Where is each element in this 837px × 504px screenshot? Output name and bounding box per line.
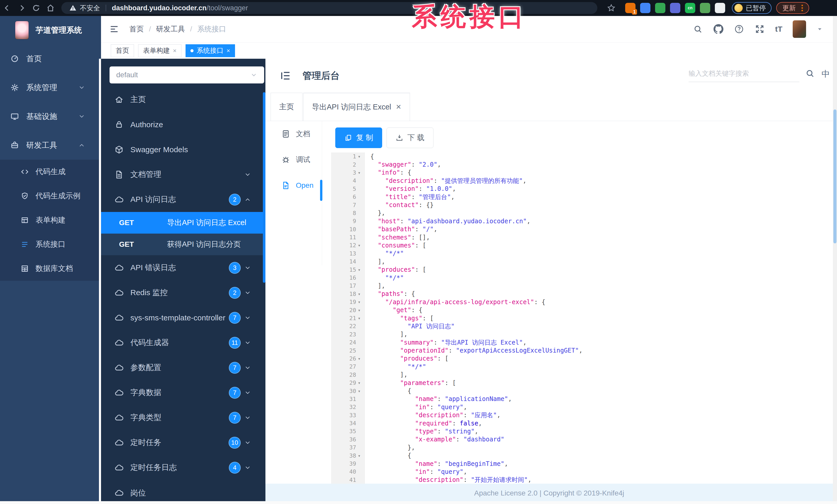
- browser-back-icon[interactable]: [0, 2, 14, 14]
- line-number[interactable]: 24: [331, 338, 364, 347]
- tag-form-builder[interactable]: 表单构建×: [138, 44, 181, 57]
- help-icon[interactable]: [734, 24, 744, 34]
- breadcrumb-item[interactable]: 研发工具: [156, 24, 185, 34]
- line-number[interactable]: 2: [331, 161, 364, 168]
- line-number[interactable]: 11: [331, 233, 364, 241]
- swagger-operation[interactable]: GET获得API 访问日志分页: [101, 234, 265, 255]
- download-button[interactable]: 下 载: [387, 128, 433, 148]
- line-number[interactable]: 16: [331, 274, 364, 282]
- logo-row[interactable]: 芋道管理系统: [0, 16, 101, 44]
- line-number[interactable]: 15▾: [331, 265, 364, 274]
- swagger-item-cron-job-log[interactable]: 定时任务日志4: [101, 455, 265, 480]
- user-caret-icon[interactable]: [816, 26, 823, 33]
- kebab-menu-icon[interactable]: [798, 4, 806, 12]
- sidebar-item-codegen[interactable]: 代码生成: [0, 160, 101, 184]
- fold-caret-icon[interactable]: ▾: [356, 316, 362, 321]
- line-number[interactable]: 1▾: [331, 152, 364, 161]
- tag-home[interactable]: 首页: [111, 44, 134, 57]
- swagger-item-dict-type[interactable]: 字典类型7: [101, 405, 265, 430]
- line-number[interactable]: 38▾: [331, 451, 364, 460]
- extension-paw-white[interactable]: [715, 3, 725, 13]
- doc-tab-export-excel[interactable]: 导出API 访问日志 Excel✕: [303, 93, 410, 121]
- sidebar-item-system-api[interactable]: 系统接口: [0, 232, 101, 257]
- fold-caret-icon[interactable]: ▾: [356, 299, 362, 305]
- line-number[interactable]: 27: [331, 362, 364, 371]
- rail-item-open[interactable]: Open: [265, 172, 322, 198]
- page-scrollbar-thumb[interactable]: [833, 109, 836, 243]
- line-number[interactable]: 37: [331, 444, 364, 451]
- breadcrumb-item[interactable]: 首页: [129, 24, 144, 34]
- swagger-item-swagger-models[interactable]: Swagger Models: [101, 137, 265, 162]
- fold-caret-icon[interactable]: ▾: [356, 267, 362, 273]
- swagger-scrollbar-thumb[interactable]: [263, 92, 265, 283]
- tag-system-api[interactable]: 系统接口×: [185, 44, 235, 57]
- doc-search-input[interactable]: 输入文档关键字搜索: [689, 69, 799, 82]
- line-number[interactable]: 14: [331, 258, 364, 265]
- swagger-item-sms-template[interactable]: sys-sms-template-controller7: [101, 305, 265, 330]
- line-number[interactable]: 40: [331, 468, 364, 476]
- copy-button[interactable]: 复 制: [335, 128, 382, 148]
- line-number[interactable]: 8: [331, 209, 364, 217]
- line-number[interactable]: 9: [331, 217, 364, 225]
- line-number[interactable]: 10: [331, 225, 364, 233]
- line-number[interactable]: 13: [331, 249, 364, 258]
- sidebar-item-codegen-demo[interactable]: 代码生成示例: [0, 184, 101, 208]
- line-number[interactable]: 39: [331, 460, 364, 468]
- browser-home-icon[interactable]: [43, 2, 58, 14]
- api-group-select[interactable]: default: [109, 67, 264, 83]
- fold-caret-icon[interactable]: ▾: [356, 380, 362, 386]
- collapse-menu-icon[interactable]: [278, 69, 292, 83]
- line-number[interactable]: 35: [331, 427, 364, 435]
- line-number[interactable]: 34: [331, 419, 364, 427]
- fold-caret-icon[interactable]: ▾: [356, 388, 362, 394]
- fold-caret-icon[interactable]: ▾: [356, 453, 362, 459]
- search-icon[interactable]: [693, 24, 703, 34]
- sidebar-item-form-builder[interactable]: 表单构建: [0, 208, 101, 232]
- fold-caret-icon[interactable]: ▾: [356, 243, 362, 248]
- paused-pill[interactable]: 已暂停: [732, 2, 771, 14]
- line-number[interactable]: 22: [331, 322, 364, 330]
- sidebar-item-db-doc[interactable]: 数据库文档: [0, 257, 101, 281]
- fold-caret-icon[interactable]: ▾: [356, 307, 362, 313]
- line-number[interactable]: 21▾: [331, 314, 364, 322]
- line-number[interactable]: 20▾: [331, 306, 364, 314]
- swagger-operation-selected[interactable]: GET导出API 访问日志 Excel: [101, 212, 265, 234]
- swagger-item-home[interactable]: 主页: [101, 87, 265, 112]
- sidebar-item-infra[interactable]: 基础设施: [0, 102, 101, 131]
- line-number[interactable]: 33: [331, 411, 364, 419]
- line-number[interactable]: 25: [331, 347, 364, 354]
- fold-caret-icon[interactable]: ▾: [356, 356, 362, 361]
- extension-grid-blue[interactable]: [670, 3, 680, 13]
- sidebar-item-system[interactable]: 系统管理: [0, 73, 101, 102]
- update-button[interactable]: 更新: [776, 2, 809, 14]
- swagger-item-api-error-log[interactable]: API 错误日志3: [101, 255, 265, 280]
- font-size-icon[interactable]: tT: [775, 25, 782, 34]
- swagger-item-api-access-log[interactable]: API 访问日志2: [101, 187, 265, 212]
- extension-green-ring[interactable]: [655, 3, 665, 13]
- line-number[interactable]: 4: [331, 177, 364, 185]
- browser-forward-icon[interactable]: [14, 2, 29, 14]
- line-number[interactable]: 29▾: [331, 379, 364, 387]
- line-number[interactable]: 23: [331, 331, 364, 338]
- rail-item-debug[interactable]: 调试: [265, 147, 322, 172]
- close-icon[interactable]: ×: [227, 47, 230, 54]
- fold-caret-icon[interactable]: ▾: [356, 154, 362, 159]
- hamburger-icon[interactable]: [105, 20, 123, 38]
- swagger-item-dict-data[interactable]: 字典数据7: [101, 380, 265, 405]
- line-number[interactable]: 30▾: [331, 387, 364, 395]
- line-number[interactable]: 17: [331, 282, 364, 290]
- bookmark-star-icon[interactable]: [604, 2, 619, 14]
- line-number[interactable]: 32: [331, 403, 364, 411]
- fullscreen-icon[interactable]: [754, 24, 765, 34]
- swagger-item-cron-job[interactable]: 定时任务10: [101, 430, 265, 455]
- swagger-item-doc-manage[interactable]: 文档管理: [101, 162, 265, 187]
- doc-search-icon[interactable]: [805, 69, 815, 78]
- line-number[interactable]: 3▾: [331, 169, 364, 177]
- line-number[interactable]: 7: [331, 201, 364, 209]
- extension-cn-green[interactable]: cn: [685, 3, 695, 13]
- language-icon[interactable]: 中: [821, 69, 830, 80]
- swagger-item-authorize[interactable]: Authorize: [101, 112, 265, 137]
- sidebar-item-devtools[interactable]: 研发工具: [0, 131, 101, 160]
- line-number[interactable]: 26▾: [331, 355, 364, 362]
- browser-reload-icon[interactable]: [29, 2, 43, 14]
